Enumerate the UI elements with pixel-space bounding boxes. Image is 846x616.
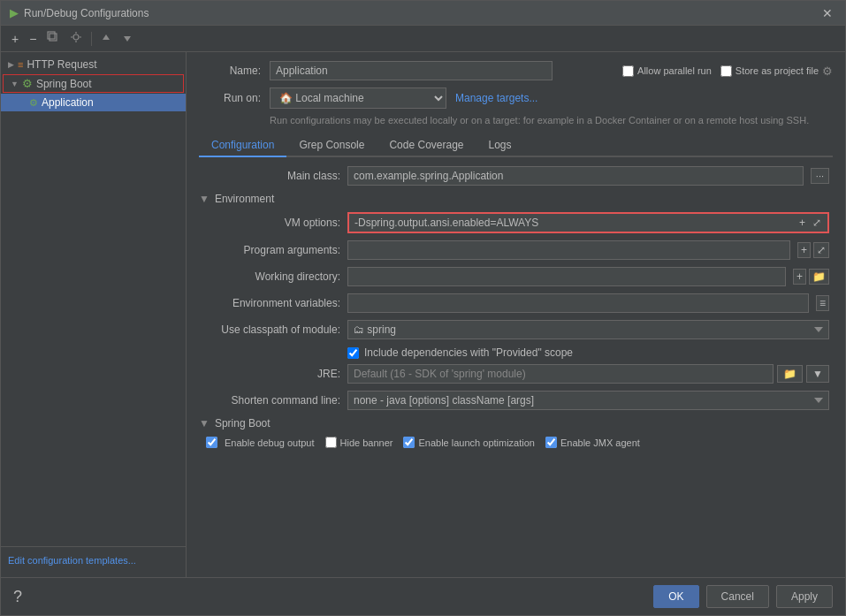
enable-launch-text: Enable launch optimization — [418, 437, 534, 448]
sidebar-item-spring-boot[interactable]: ▼ ⚙ Spring Boot — [3, 74, 184, 93]
program-args-label: Program arguments: — [199, 244, 340, 256]
sidebar-item-http-request[interactable]: ▶ ≡ HTTP Request — [1, 56, 186, 73]
remove-config-button[interactable]: − — [26, 30, 40, 48]
tab-code-coverage[interactable]: Code Coverage — [377, 134, 476, 157]
toolbar-divider — [91, 32, 92, 46]
footer: ? OK Cancel Apply — [1, 577, 845, 615]
spring-boot-icon: ⚙ — [22, 77, 33, 90]
jre-row: JRE: 📁 ▼ — [199, 364, 829, 384]
svg-rect-1 — [48, 32, 55, 39]
footer-buttons: OK Cancel Apply — [653, 585, 833, 608]
run-icon: ▶ — [10, 6, 19, 19]
apply-button[interactable]: Apply — [776, 585, 833, 608]
vm-options-label: VM options: — [199, 217, 340, 229]
sidebar-spring-boot-label: Spring Boot — [36, 78, 92, 90]
store-project-checkbox[interactable] — [720, 65, 732, 77]
working-dir-add-button[interactable]: + — [793, 269, 806, 285]
vm-options-input-wrapper: + ⤢ — [347, 212, 829, 233]
spring-boot-section-title: Spring Boot — [215, 417, 271, 430]
spring-boot-section-header: ▼ Spring Boot — [199, 417, 829, 430]
working-dir-label: Working directory: — [199, 270, 340, 283]
enable-jmx-checkbox[interactable] — [545, 437, 557, 448]
environment-arrow-icon[interactable]: ▼ — [199, 193, 210, 205]
move-down-button[interactable] — [118, 30, 136, 48]
up-arrow-icon — [101, 33, 111, 43]
app-icon: ⚙ — [29, 97, 38, 109]
store-gear-icon: ⚙ — [822, 65, 833, 78]
help-button[interactable]: ? — [13, 588, 22, 606]
vm-expand-button[interactable]: ⤢ — [810, 216, 824, 230]
enable-jmx-label[interactable]: Enable JMX agent — [545, 437, 640, 448]
environment-section-title: Environment — [215, 193, 274, 205]
env-vars-label: Environment variables: — [199, 297, 340, 309]
enable-debug-text2: Enable debug output — [225, 437, 315, 448]
include-deps-checkbox[interactable] — [347, 347, 359, 359]
spring-boot-section-arrow-icon[interactable]: ▼ — [199, 417, 210, 430]
tab-logs[interactable]: Logs — [476, 134, 524, 157]
prog-args-expand-button[interactable]: ⤢ — [813, 242, 829, 258]
copy-config-button[interactable] — [43, 29, 63, 48]
include-deps-row: Include dependencies with "Provided" sco… — [347, 346, 829, 359]
run-on-select[interactable]: 🏠 Local machine — [270, 87, 446, 109]
main-content: ▶ ≡ HTTP Request ▼ ⚙ Spring Boot ⚙ Appli… — [1, 52, 845, 577]
config-icon — [70, 31, 82, 43]
spring-boot-section: ▼ Spring Boot Enable debug output Hide b… — [199, 417, 829, 448]
run-debug-dialog: ▶ Run/Debug Configurations ✕ + − — [0, 0, 846, 616]
hide-banner-text: Hide banner — [340, 437, 393, 448]
manage-targets-link[interactable]: Manage targets... — [455, 92, 537, 104]
working-dir-input[interactable] — [347, 267, 786, 286]
move-up-button[interactable] — [97, 30, 115, 48]
edit-templates-link[interactable]: Edit configuration templates... — [8, 555, 136, 566]
shorten-cmd-label: Shorten command line: — [199, 394, 340, 407]
working-dir-folder-button[interactable]: 📁 — [809, 269, 829, 285]
sidebar-application-label: Application — [42, 96, 94, 109]
sidebar-item-application[interactable]: ⚙ Application — [1, 94, 186, 111]
classpath-label: Use classpath of module: — [199, 323, 340, 336]
vm-options-input[interactable] — [349, 214, 796, 232]
ok-button[interactable]: OK — [653, 585, 698, 608]
enable-launch-label[interactable]: Enable launch optimization — [403, 437, 534, 448]
jre-folder-button[interactable]: 📁 — [777, 365, 803, 383]
config-action-button[interactable] — [66, 29, 86, 48]
prog-args-add-button[interactable]: + — [797, 242, 811, 258]
close-button[interactable]: ✕ — [819, 6, 836, 20]
svg-rect-0 — [50, 34, 57, 41]
classpath-row: Use classpath of module: 🗂 spring — [199, 320, 829, 339]
jre-label: JRE: — [199, 368, 340, 380]
copy-icon — [47, 31, 59, 43]
include-deps-label: Include dependencies with "Provided" sco… — [364, 346, 573, 359]
tab-grep-console[interactable]: Grep Console — [286, 134, 377, 157]
allow-parallel-checkbox[interactable] — [622, 65, 634, 77]
cancel-button[interactable]: Cancel — [706, 585, 769, 608]
shorten-cmd-select[interactable]: none - java [options] className [args] — [347, 391, 829, 410]
jre-input[interactable] — [347, 364, 774, 384]
name-input[interactable] — [270, 61, 553, 80]
spring-boot-options: Enable debug output Hide banner Enable l… — [206, 437, 829, 448]
classpath-select[interactable]: 🗂 spring — [347, 320, 829, 339]
env-vars-input[interactable] — [347, 293, 809, 313]
enable-debug-label[interactable]: Enable debug output — [206, 437, 315, 448]
program-args-input[interactable] — [347, 240, 790, 260]
jre-dropdown-button[interactable]: ▼ — [806, 365, 829, 383]
allow-parallel-checkbox-label[interactable]: Allow parallel run — [622, 65, 712, 77]
run-on-label: Run on: — [199, 92, 261, 104]
main-class-input[interactable] — [347, 166, 804, 186]
tabs: Configuration Grep Console Code Coverage… — [199, 134, 833, 157]
enable-launch-checkbox[interactable] — [403, 437, 415, 448]
right-panel: Name: Allow parallel run Store as projec… — [187, 52, 845, 577]
enable-debug-checkbox[interactable] — [206, 437, 217, 448]
down-arrow-icon — [122, 33, 133, 43]
vm-add-button[interactable]: + — [796, 216, 808, 230]
main-class-label: Main class: — [199, 170, 340, 182]
tab-configuration[interactable]: Configuration — [199, 134, 286, 157]
working-dir-row: Working directory: + 📁 — [199, 267, 829, 286]
add-config-button[interactable]: + — [8, 30, 22, 48]
env-vars-browse-button[interactable]: ≡ — [816, 295, 829, 311]
config-body: Main class: ··· ▼ Environment VM options… — [199, 166, 833, 568]
name-row: Name: Allow parallel run Store as projec… — [199, 61, 833, 80]
hide-banner-checkbox[interactable] — [325, 437, 337, 448]
store-project-checkbox-label[interactable]: Store as project file ⚙ — [720, 65, 833, 78]
main-class-browse-button[interactable]: ··· — [811, 168, 829, 184]
hide-banner-label[interactable]: Hide banner — [325, 437, 393, 448]
name-label: Name: — [199, 65, 261, 77]
